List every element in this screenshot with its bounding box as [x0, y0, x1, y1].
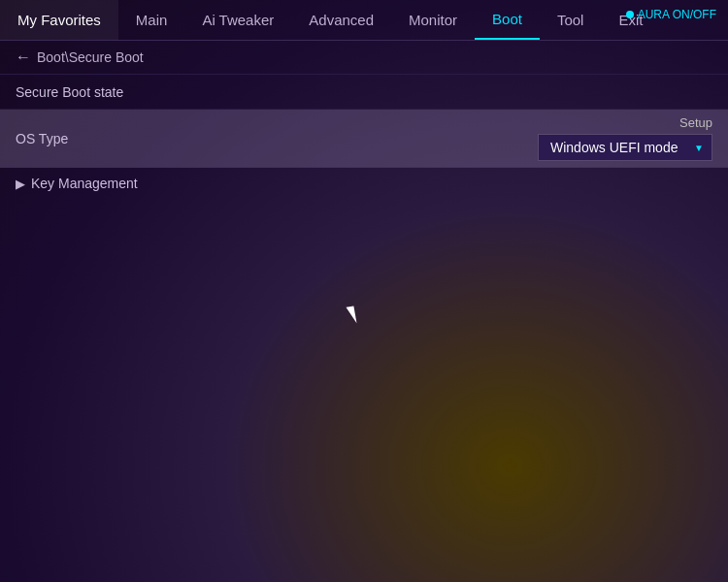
os-type-dropdown[interactable]: Windows UEFI mode: [538, 134, 712, 161]
key-management-arrow: ▶: [16, 177, 25, 191]
os-type-value: Windows UEFI mode: [550, 140, 678, 155]
status-indicator: AURA ON/OFF: [626, 8, 716, 21]
nav-item-boot[interactable]: Boot: [475, 0, 540, 40]
nav-item-monitor[interactable]: Monitor: [391, 0, 475, 40]
status-text: AURA ON/OFF: [638, 8, 716, 21]
breadcrumb[interactable]: ← Boot\Secure Boot: [0, 41, 728, 75]
content-area: Secure Boot state OS Type Setup Windows …: [0, 75, 728, 199]
key-management-label: Key Management: [31, 176, 138, 191]
nav-bar: My Favorites Main Ai Tweaker Advanced Mo…: [0, 0, 728, 41]
nav-item-advanced[interactable]: Advanced: [291, 0, 391, 40]
key-management-row[interactable]: ▶ Key Management: [0, 168, 728, 199]
status-dot: [626, 11, 634, 18]
breadcrumb-arrow: ←: [16, 48, 31, 66]
os-type-row[interactable]: OS Type Setup Windows UEFI mode: [0, 110, 728, 168]
os-type-header: Setup: [679, 115, 712, 130]
os-type-label: OS Type: [16, 131, 538, 146]
secure-boot-state-label: Secure Boot state: [16, 84, 712, 100]
secure-boot-state-row: Secure Boot state: [0, 75, 728, 110]
nav-item-main[interactable]: Main: [118, 0, 185, 40]
nav-item-tool[interactable]: Tool: [540, 0, 602, 40]
nav-item-ai-tweaker[interactable]: Ai Tweaker: [184, 0, 291, 40]
nav-item-my-favorites[interactable]: My Favorites: [0, 0, 118, 40]
breadcrumb-path: Boot\Secure Boot: [37, 49, 144, 65]
